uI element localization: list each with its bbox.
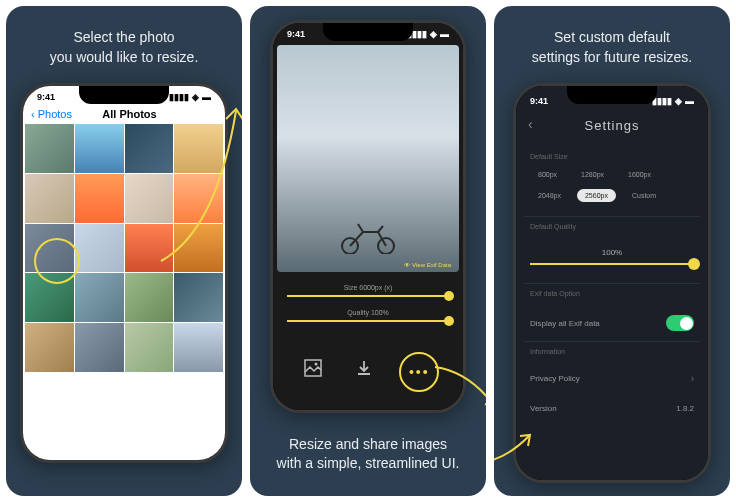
size-options: 800px 1280px 1600px 2048px 2560px Custom — [516, 168, 708, 216]
size-option[interactable]: 800px — [530, 168, 565, 181]
quality-value: 100% — [516, 238, 708, 263]
wifi-icon: ◈ — [430, 29, 437, 39]
version-label: Version — [530, 404, 557, 413]
settings-title: Settings — [516, 108, 708, 147]
arrow-icon — [156, 91, 242, 275]
quality-default-slider[interactable] — [530, 263, 694, 265]
status-indicators: ▮▮▮▮ ◈ ▬ — [652, 96, 694, 106]
privacy-row[interactable]: Privacy Policy › — [516, 363, 708, 394]
default-size-header: Default Size — [516, 147, 708, 168]
slider-panel: Size 6000px (x) Quality 100% — [273, 276, 463, 342]
download-button[interactable] — [348, 352, 380, 384]
version-row: Version 1.8.2 — [516, 394, 708, 423]
notch-icon — [79, 86, 169, 104]
privacy-label: Privacy Policy — [530, 374, 580, 383]
size-slider[interactable] — [287, 295, 449, 297]
battery-icon: ▬ — [685, 96, 694, 106]
photo-thumb[interactable] — [75, 224, 124, 273]
photo-thumb[interactable] — [75, 124, 124, 173]
panel1-caption: Select the photo you would like to resiz… — [6, 6, 242, 89]
arrow-icon — [494, 426, 544, 470]
notch-icon — [567, 86, 657, 104]
notch-icon — [323, 23, 413, 41]
photo-thumb[interactable] — [25, 124, 74, 173]
info-header: Information — [516, 342, 708, 363]
gallery-button[interactable] — [297, 352, 329, 384]
size-option[interactable]: 2048px — [530, 189, 569, 202]
photo-thumb[interactable] — [75, 323, 124, 372]
status-indicators: ▮▮▮▮ ◈ ▬ — [407, 29, 449, 39]
version-value: 1.8.2 — [676, 404, 694, 413]
photo-thumb[interactable] — [174, 323, 223, 372]
photo-thumb[interactable] — [25, 174, 74, 223]
photo-thumb[interactable] — [174, 273, 223, 322]
size-label: Size 6000px (x) — [287, 284, 449, 291]
photo-thumb[interactable] — [125, 323, 174, 372]
exif-header: Exif data Option — [516, 284, 708, 305]
phone-frame-3: 9:41 ▮▮▮▮ ◈ ▬ ‹ Settings Default Size 80… — [513, 83, 711, 483]
photo-thumb[interactable] — [25, 323, 74, 372]
panel3-caption: Set custom default settings for future r… — [494, 6, 730, 89]
status-time: 9:41 — [287, 29, 305, 39]
svg-point-3 — [314, 362, 317, 365]
view-exif-link[interactable]: 👁 View Exif Data — [404, 262, 451, 268]
battery-icon: ▬ — [440, 29, 449, 39]
photo-thumb[interactable] — [75, 174, 124, 223]
panel-settings: Set custom default settings for future r… — [494, 6, 730, 496]
motorcycle-icon — [338, 214, 398, 254]
panel-resize: 9:41 ▮▮▮▮ ◈ ▬ 👁 View Exif Data Size 6000… — [250, 6, 486, 496]
photo-preview[interactable]: 👁 View Exif Data — [277, 45, 459, 272]
highlight-circle-icon — [34, 238, 80, 284]
exif-toggle[interactable] — [666, 315, 694, 331]
panel-select-photo: Select the photo you would like to resiz… — [6, 6, 242, 496]
status-time: 9:41 — [37, 92, 55, 102]
exif-toggle-row: Display all Exif data — [516, 305, 708, 341]
exif-toggle-label: Display all Exif data — [530, 319, 600, 328]
size-option-selected[interactable]: 2560px — [577, 189, 616, 202]
status-time: 9:41 — [530, 96, 548, 106]
size-option[interactable]: Custom — [624, 189, 664, 202]
back-button[interactable]: ‹ — [528, 116, 533, 132]
photo-thumb[interactable] — [75, 273, 124, 322]
more-icon: ••• — [409, 364, 430, 380]
photo-thumb[interactable] — [125, 273, 174, 322]
wifi-icon: ◈ — [675, 96, 682, 106]
default-quality-header: Default Quality — [516, 217, 708, 238]
arrow-icon — [430, 362, 486, 426]
size-option[interactable]: 1280px — [573, 168, 612, 181]
chevron-right-icon: › — [691, 373, 694, 384]
size-option[interactable]: 1600px — [620, 168, 659, 181]
phone-frame-2: 9:41 ▮▮▮▮ ◈ ▬ 👁 View Exif Data Size 6000… — [270, 20, 466, 413]
quality-slider[interactable] — [287, 320, 449, 322]
quality-label: Quality 100% — [287, 309, 449, 316]
